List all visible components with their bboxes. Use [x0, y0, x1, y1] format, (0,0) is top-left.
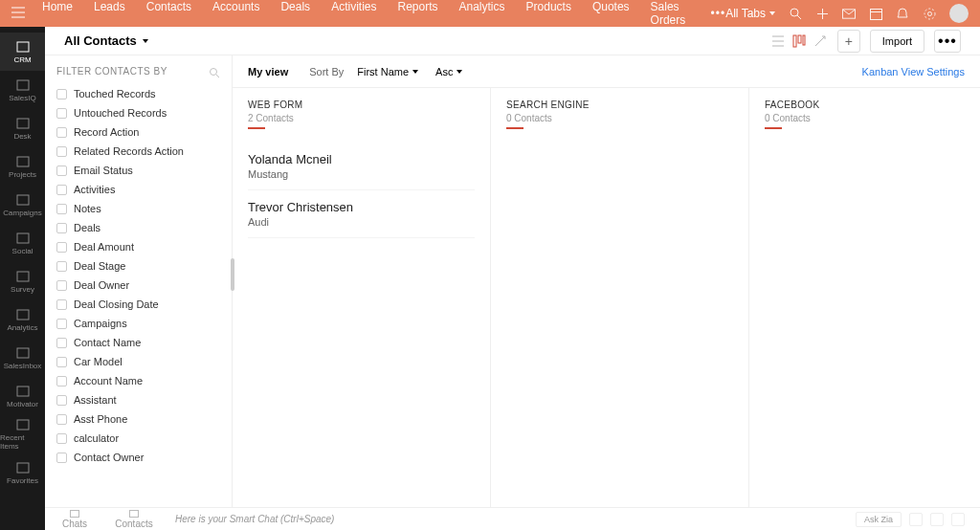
rail-item-desk[interactable]: Desk: [0, 109, 45, 147]
filter-search-icon[interactable]: [209, 65, 220, 77]
rail-item-favorites[interactable]: Favorites: [0, 453, 45, 492]
rail-item-projects[interactable]: Projects: [0, 147, 45, 186]
filter-assistant[interactable]: Assistant: [56, 390, 220, 409]
settings-icon[interactable]: [923, 7, 936, 20]
hamburger-menu-icon[interactable]: [11, 7, 25, 21]
filter-deal-stage[interactable]: Deal Stage: [56, 256, 220, 276]
svg-rect-10: [17, 233, 29, 243]
contact-company: Mustang: [248, 168, 475, 180]
bottom-tab-contacts[interactable]: Contacts: [104, 508, 164, 531]
checkbox-icon: [56, 89, 67, 99]
view-title-dropdown[interactable]: All Contacts: [64, 33, 148, 48]
filter-record-action[interactable]: Record Action: [56, 122, 220, 142]
svg-rect-8: [17, 157, 29, 166]
bottom-action-1-icon[interactable]: [909, 513, 923, 526]
all-tabs-dropdown[interactable]: All Tabs: [725, 7, 775, 20]
checkbox-icon: [56, 414, 67, 425]
filter-activities[interactable]: Activities: [56, 180, 220, 199]
kanban-settings-link[interactable]: Kanban View Settings: [862, 66, 965, 77]
filter-untouched-records[interactable]: Untouched Records: [56, 103, 220, 122]
rail-item-social[interactable]: Social: [0, 224, 45, 262]
bottom-action-3-icon[interactable]: [951, 513, 965, 526]
my-view-label[interactable]: My view: [248, 66, 288, 77]
calendar-icon[interactable]: [869, 7, 882, 20]
bottom-tab-chats[interactable]: Chats: [45, 508, 104, 531]
search-icon[interactable]: [789, 7, 802, 20]
avatar[interactable]: [949, 4, 969, 23]
smart-chat-input[interactable]: Here is your Smart Chat (Ctrl+Space): [164, 514, 856, 524]
svg-rect-9: [17, 195, 29, 205]
nav-tab-activities[interactable]: Activities: [331, 0, 376, 27]
filter-car-model[interactable]: Car Model: [56, 352, 220, 371]
filter-deal-amount[interactable]: Deal Amount: [56, 237, 220, 256]
svg-rect-11: [17, 272, 29, 281]
checkbox-icon: [56, 223, 67, 233]
checkbox-icon: [56, 357, 67, 367]
column-title: SEARCH ENGINE: [506, 99, 733, 110]
column-title: WEB FORM: [248, 99, 475, 110]
checkbox-icon: [56, 453, 67, 463]
checkbox-icon: [56, 395, 67, 406]
top-nav-tabs: HomeLeadsContactsAccountsDealsActivities…: [42, 0, 694, 27]
column-underline: [765, 127, 782, 129]
filter-deals[interactable]: Deals: [56, 218, 220, 237]
sort-field-dropdown[interactable]: First Name: [357, 66, 418, 77]
rail-item-salesinbox[interactable]: SalesInbox: [0, 339, 45, 377]
filter-account-name[interactable]: Account Name: [56, 371, 220, 390]
kanban-view-icon[interactable]: [791, 33, 807, 49]
mail-icon[interactable]: [842, 7, 856, 20]
caret-down-icon: [769, 11, 775, 15]
plus-icon[interactable]: [815, 7, 829, 20]
rail-item-campaigns[interactable]: Campaigns: [0, 186, 45, 224]
nav-tab-leads[interactable]: Leads: [94, 0, 125, 27]
nav-tab-quotes[interactable]: Quotes: [592, 0, 630, 27]
page-title: All Contacts: [64, 33, 137, 48]
create-button[interactable]: +: [837, 30, 860, 53]
rail-item-motivator[interactable]: Motivator: [0, 377, 45, 415]
canvas-view-icon[interactable]: [813, 33, 828, 49]
filter-notes[interactable]: Notes: [56, 199, 220, 218]
nav-tab-sales-orders[interactable]: Sales Orders: [651, 0, 694, 27]
contact-card[interactable]: Yolanda McneilMustang: [248, 143, 475, 190]
import-button[interactable]: Import: [870, 30, 924, 53]
nav-tab-accounts[interactable]: Accounts: [212, 0, 259, 27]
bottom-action-2-icon[interactable]: [930, 513, 944, 526]
app-rail: CRMSalesIQDeskProjectsCampaignsSocialSur…: [0, 27, 45, 530]
more-actions-button[interactable]: •••: [934, 30, 961, 53]
nav-tab-deals[interactable]: Deals: [280, 0, 310, 27]
sort-direction-dropdown[interactable]: Asc: [435, 66, 462, 77]
filter-calculator[interactable]: calculator: [56, 429, 220, 448]
nav-tab-contacts[interactable]: Contacts: [146, 0, 191, 27]
rail-item-analytics[interactable]: Analytics: [0, 300, 45, 339]
filter-contact-owner[interactable]: Contact Owner: [56, 448, 220, 467]
nav-tab-home[interactable]: Home: [42, 0, 73, 27]
nav-tab-reports[interactable]: Reports: [397, 0, 437, 27]
rail-item-crm[interactable]: CRM: [0, 33, 45, 71]
filter-touched-records[interactable]: Touched Records: [56, 84, 220, 103]
rail-item-survey[interactable]: Survey: [0, 262, 45, 300]
svg-rect-13: [17, 348, 29, 358]
bell-icon[interactable]: [896, 7, 909, 20]
filter-related-records-action[interactable]: Related Records Action: [56, 142, 220, 161]
ask-zia-button[interactable]: Ask Zia: [856, 512, 902, 527]
all-tabs-label: All Tabs: [725, 7, 766, 20]
filter-email-status[interactable]: Email Status: [56, 161, 220, 180]
svg-point-0: [791, 9, 798, 16]
filter-asst-phone[interactable]: Asst Phone: [56, 409, 220, 429]
nav-tab-products[interactable]: Products: [526, 0, 571, 27]
checkbox-icon: [56, 204, 67, 214]
list-view-icon[interactable]: [770, 33, 786, 49]
contact-card[interactable]: Trevor ChristensenAudi: [248, 190, 475, 238]
filter-deal-closing-date[interactable]: Deal Closing Date: [56, 295, 220, 314]
rail-item-recent-items[interactable]: Recent Items: [0, 415, 45, 453]
caret-down-icon: [143, 39, 148, 43]
column-underline: [248, 127, 265, 129]
filter-campaigns[interactable]: Campaigns: [56, 314, 220, 333]
checkbox-icon: [56, 299, 67, 310]
checkbox-icon: [56, 280, 67, 291]
filter-deal-owner[interactable]: Deal Owner: [56, 276, 220, 295]
filter-contact-name[interactable]: Contact Name: [56, 333, 220, 352]
nav-tab-analytics[interactable]: Analytics: [459, 0, 505, 27]
nav-more-icon[interactable]: •••: [711, 7, 726, 20]
rail-item-salesiq[interactable]: SalesIQ: [0, 71, 45, 109]
